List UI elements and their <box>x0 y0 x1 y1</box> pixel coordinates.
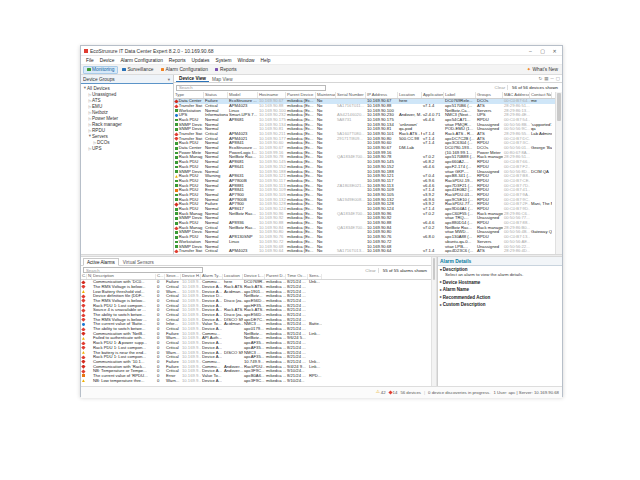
alarm-column-header-3[interactable]: C... <box>156 274 165 279</box>
alarm-cell-0: The RMS Voltage is below... <box>92 299 156 303</box>
cell-3: 10.169.90.84 <box>258 226 286 230</box>
column-header-5[interactable]: Maintenanc... <box>316 92 336 98</box>
alarm-cell-8: 9/10/24... <box>286 369 308 373</box>
alarm-table-scrollbar[interactable] <box>431 257 437 386</box>
alarm-cell-1: 0 <box>156 351 165 355</box>
cell-3: 10.169.90.128 <box>258 202 286 206</box>
menu-item-system[interactable]: System <box>212 58 234 63</box>
device-clear-button[interactable]: Clear <box>493 85 509 90</box>
cell-7: 10.169.90.175 <box>366 118 398 122</box>
column-header-7[interactable]: IP Address <box>366 92 398 98</box>
details-section-header[interactable]: ▸Recommended Action <box>440 295 560 300</box>
whats-new-link[interactable]: ✦ What's New <box>527 67 560 72</box>
tab-map-view[interactable]: Map View <box>209 77 236 83</box>
tab-active-alarms[interactable]: Active Alarms <box>83 258 119 266</box>
perspective-monitoring[interactable]: Monitoring <box>83 66 118 74</box>
minimize-button[interactable]: – <box>525 47 536 55</box>
alarm-cell-8: 9/6/24 5... <box>286 336 308 340</box>
alarm-table: C...N...DescriptionC...Seve...Device H..… <box>81 274 431 386</box>
menu-item-file[interactable]: File <box>83 58 97 63</box>
triangle-right-icon[interactable]: ▸ <box>440 303 442 307</box>
alarm-column-header-2[interactable]: Description <box>92 274 156 279</box>
alarm-cell-3: 10.169.9... <box>181 374 201 378</box>
triangle-right-icon[interactable]: ▸ <box>440 288 442 292</box>
device-groups-header[interactable]: Device Groups ▾ <box>81 75 173 84</box>
cell-3: 10.169.90.132 <box>258 198 286 202</box>
menu-item-help[interactable]: Help <box>258 58 274 63</box>
alarm-cell-6: apcE56D... <box>243 313 265 317</box>
view-maximize-icon[interactable]: ▢ <box>556 77 560 82</box>
tab-virtual-sensors[interactable]: Virtual Sensors <box>120 259 157 265</box>
chevron-down-icon[interactable]: ▾ <box>167 77 171 82</box>
critical-icon <box>388 390 392 394</box>
view-minimize-icon[interactable]: ─ <box>551 77 554 82</box>
cell-3: 10.169.90.175 <box>258 118 286 122</box>
device-table-scrollbar[interactable] <box>555 92 562 254</box>
device-row[interactable]: Transfer SwiCriticalAPM402310.169.90.64m… <box>174 249 555 254</box>
column-header-0[interactable]: Type <box>174 92 204 98</box>
menu-item-device[interactable]: Device <box>97 58 118 63</box>
cell-1: Critical <box>204 137 228 141</box>
alarm-column-header-9[interactable]: Parent D... <box>265 274 286 279</box>
menu-item-alarm-configuration[interactable]: Alarm Configuration <box>117 58 165 63</box>
perspective-reports[interactable]: Reports <box>212 67 240 73</box>
scrollbar-thumb[interactable] <box>557 93 561 121</box>
perspective-alarm-configuration[interactable]: Alarm Configuration <box>158 67 211 73</box>
alarm-cell-8: 8/21/24 ... <box>286 355 308 359</box>
column-header-11[interactable]: Groups <box>476 92 503 98</box>
alarm-column-header-4[interactable]: Seve... <box>165 274 181 279</box>
alarm-clear-button[interactable]: Clear <box>363 268 379 273</box>
close-button[interactable]: ✕ <box>549 47 560 55</box>
alarm-column-header-5[interactable]: Device H... <box>181 274 201 279</box>
refresh-icon[interactable]: ↻ <box>538 77 542 82</box>
details-section-header[interactable]: ▸Custom Description <box>440 302 560 307</box>
column-header-2[interactable]: Model <box>228 92 258 98</box>
menu-item-reports[interactable]: Reports <box>166 58 189 63</box>
cell-10: apc4D23C6 (... <box>444 249 476 253</box>
alarm-cell-0: The ability to switch betwe... <box>92 327 156 331</box>
alarm-column-header-6[interactable]: Alarm Ty... <box>201 274 223 279</box>
cell-10: apcF2-174 (... <box>444 165 476 169</box>
cell-type: Transfer Swi <box>174 132 204 136</box>
column-header-1[interactable]: Status <box>204 92 228 98</box>
device-search-input[interactable] <box>176 85 326 91</box>
cell-type: Rack PDU <box>174 174 204 178</box>
details-section-recommended-action: ▸Recommended Action <box>440 295 560 300</box>
alarm-search-input[interactable] <box>83 267 203 273</box>
cell-3: 10.169.90.232 <box>258 113 286 117</box>
triangle-down-icon[interactable]: ▾ <box>440 268 442 272</box>
column-header-4[interactable]: Parent Device <box>286 92 316 98</box>
grid-icon[interactable]: ▦ <box>544 77 548 82</box>
scrollbar-thumb[interactable] <box>433 258 435 280</box>
column-header-10[interactable]: Label <box>444 92 476 98</box>
alarm-column-header-11[interactable]: Sens... <box>308 274 322 279</box>
column-header-8[interactable]: Location <box>398 92 422 98</box>
severity-icon-critical <box>81 341 85 345</box>
column-header-6[interactable]: Serial Number <box>336 92 366 98</box>
perspective-surveillance[interactable]: Surveillance <box>119 67 156 73</box>
details-section-header[interactable]: ▸Alarm Name <box>440 287 560 292</box>
cell-5: No <box>316 235 336 239</box>
menu-item-window[interactable]: Window <box>234 58 257 63</box>
alarm-column-header-10[interactable]: Time Oc... <box>286 274 308 279</box>
alarm-column-header-8[interactable]: Device L... <box>243 274 265 279</box>
triangle-right-icon[interactable]: ▸ <box>440 295 442 299</box>
tree-item-ups[interactable]: ▷UPS <box>81 145 173 151</box>
alarm-cell-0: Communication with 'NetB... <box>92 332 156 336</box>
column-header-12[interactable]: MAC Address <box>503 92 530 98</box>
alarm-column-header-7[interactable]: Location <box>223 274 243 279</box>
column-header-9[interactable]: Application... <box>422 92 444 98</box>
details-section-header[interactable]: ▸Device Hostname <box>440 280 560 285</box>
column-header-13[interactable]: Contact Na... <box>530 92 552 98</box>
alarm-cell-4: Value To... <box>201 374 223 378</box>
menu-item-updates[interactable]: Updates <box>189 58 213 63</box>
triangle-right-icon[interactable]: ▸ <box>440 280 442 284</box>
severity-icon-failure <box>81 360 85 364</box>
column-header-3[interactable]: Hostname <box>258 92 286 98</box>
tab-device-view[interactable]: Device View <box>176 76 209 83</box>
cell-7: 10.169.90.60 <box>366 141 398 145</box>
cell-7: 10.169.90.105 <box>366 193 398 197</box>
cell-12: 00:50:56:AE... <box>503 240 530 244</box>
maximize-button[interactable]: ▢ <box>537 47 548 55</box>
alarm-row[interactable]: NB: Low temperature thre...0Warn...10.16… <box>81 378 431 383</box>
